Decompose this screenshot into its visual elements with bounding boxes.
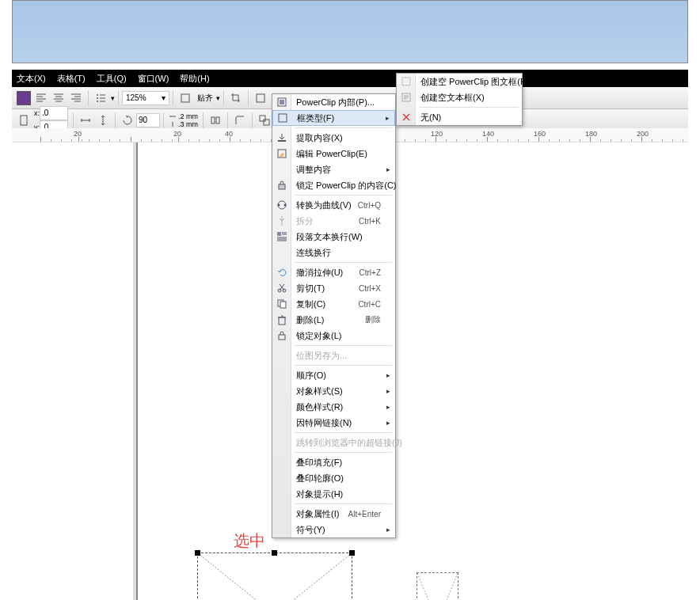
handle-tl[interactable] (195, 550, 200, 556)
ruler-label: 20 (173, 130, 181, 138)
menu-item[interactable]: 锁定 PowerClip 的内容(C) (272, 177, 395, 193)
list-bullet-icon[interactable] (93, 91, 108, 105)
menu-item[interactable]: 创建空 PowerClip 图文框(R) (397, 74, 522, 89)
menu-item-label: 对象样式(S) (296, 385, 343, 397)
rotation-angle-input[interactable] (136, 113, 160, 127)
menu-item[interactable]: 段落文本换行(W) (272, 229, 395, 245)
page-layout-icon[interactable] (17, 113, 31, 127)
crop-icon[interactable] (229, 91, 243, 105)
menu-item-label: PowerClip 内部(P)... (296, 97, 375, 108)
extract-icon (276, 131, 288, 144)
menu-item[interactable]: 无(N) (397, 109, 522, 125)
menu-item-label: 跳转到浏览器中的超链接(J) (296, 437, 402, 449)
menu-item[interactable]: 转换为曲线(V)Ctrl+Q (272, 197, 395, 213)
menu-item[interactable]: 调整内容▸ (272, 161, 395, 177)
chevron-right-icon: ▸ (386, 371, 390, 379)
svg-rect-9 (264, 120, 269, 125)
align-center-icon[interactable] (51, 91, 66, 105)
menu-item[interactable]: 锁定对象(L) (272, 328, 395, 344)
menu-item-label: 位图另存为... (296, 350, 347, 362)
align-right-icon[interactable] (69, 91, 83, 105)
menu-item[interactable]: 编辑 PowerClip(E) (272, 146, 395, 161)
menu-separator (295, 365, 392, 366)
menu-help[interactable]: 帮助(H) (180, 73, 209, 85)
menu-text[interactable]: 文本(X) (17, 73, 46, 85)
empty-pc-icon (400, 75, 413, 88)
main-menubar: 文本(X) 表格(T) 工具(Q) 窗口(W) 帮助(H) (12, 70, 688, 87)
align-left-icon[interactable] (34, 91, 48, 105)
selected-rectangle[interactable] (197, 553, 352, 600)
handle-tc[interactable] (272, 550, 277, 556)
undo-icon (276, 266, 288, 279)
menu-shortcut: Ctrl+K (359, 217, 381, 226)
menu-item[interactable]: 对象提示(H) (272, 486, 395, 502)
none-icon (400, 111, 413, 123)
menu-separator (295, 262, 392, 263)
menu-item: 拆分Ctrl+K (272, 213, 395, 229)
size-height-icon[interactable] (96, 113, 110, 127)
size-width-icon[interactable] (78, 113, 93, 127)
menu-item[interactable]: 因特网链接(N)▸ (272, 415, 395, 431)
menu-item[interactable]: 剪切(T)Ctrl+X (272, 280, 395, 296)
edit-pc-icon (276, 147, 288, 160)
svg-line-12 (417, 573, 458, 600)
secondary-rectangle[interactable] (417, 572, 458, 600)
menu-item[interactable]: 复制(C)Ctrl+C (272, 296, 395, 312)
cut-icon (276, 282, 288, 294)
handle-tr[interactable] (349, 550, 355, 556)
menu-item[interactable]: 对象样式(S)▸ (272, 383, 395, 399)
menu-item[interactable]: 符号(Y)▸ (272, 522, 395, 537)
svg-point-21 (278, 204, 280, 207)
svg-line-13 (417, 573, 458, 600)
menu-item[interactable]: 提取内容(X) (272, 130, 395, 146)
mirror-h-icon[interactable] (208, 113, 223, 127)
ruler-label: 140 (482, 130, 494, 138)
options-icon[interactable] (253, 91, 268, 105)
context-menu-main: PowerClip 内部(P)...框类型(F)▸提取内容(X)编辑 Power… (272, 93, 396, 538)
menu-item[interactable]: 颜色样式(R)▸ (272, 399, 395, 415)
menu-item[interactable]: 连线换行 (272, 245, 395, 260)
svg-rect-27 (280, 302, 286, 308)
menu-item[interactable]: 叠印填充(F) (272, 454, 395, 470)
ruler-label: 120 (431, 130, 443, 138)
snap-dropdown[interactable]: 贴齐▾ (197, 93, 220, 104)
zoom-level-dropdown[interactable]: 125%▾ (122, 91, 169, 105)
svg-rect-23 (277, 232, 281, 236)
menu-item-label: 叠印轮廓(O) (296, 473, 344, 484)
menu-separator (295, 345, 392, 346)
menu-item[interactable]: 叠印轮廓(O) (272, 470, 395, 486)
menu-item[interactable]: PowerClip 内部(P)... (272, 94, 395, 110)
tool-purple-icon[interactable] (17, 91, 31, 105)
menu-item-label: 锁定对象(L) (296, 330, 341, 342)
svg-line-10 (198, 553, 352, 600)
page-edge (136, 142, 138, 600)
menu-window[interactable]: 窗口(W) (138, 73, 169, 85)
menu-separator (295, 503, 392, 504)
chevron-right-icon: ▸ (386, 387, 390, 395)
svg-rect-15 (280, 100, 284, 104)
svg-point-1 (97, 97, 98, 99)
x-position-input[interactable] (40, 106, 68, 120)
menu-item[interactable]: 顺序(O)▸ (272, 367, 395, 383)
menu-item[interactable]: 框类型(F)▸ (272, 110, 395, 126)
menu-item[interactable]: 创建空文本框(X) (397, 89, 522, 105)
menu-item-label: 颜色样式(R) (296, 401, 343, 413)
menu-item-label: 剪切(T) (296, 283, 325, 294)
menu-item[interactable]: 对象属性(I)Alt+Enter (272, 506, 395, 522)
svg-rect-19 (279, 184, 285, 189)
menu-item[interactable]: 删除(L)删除 (272, 312, 395, 328)
split-icon (276, 215, 288, 227)
rotate-icon[interactable] (120, 113, 135, 127)
lock-icon (276, 329, 288, 342)
menu-item[interactable]: 撤消拉伸(U)Ctrl+Z (272, 264, 395, 280)
menu-table[interactable]: 表格(T) (57, 73, 86, 85)
group-icon[interactable] (257, 113, 272, 127)
svg-line-11 (198, 553, 352, 600)
snap-icon[interactable] (178, 91, 192, 105)
menu-item-label: 对象属性(I) (296, 508, 339, 520)
menu-item: 位图另存为... (272, 347, 395, 363)
dropdown-arrow-icon[interactable]: ▾ (111, 94, 115, 102)
convert-icon (276, 199, 288, 211)
corner-icon[interactable] (233, 113, 247, 127)
menu-tools[interactable]: 工具(Q) (97, 73, 127, 85)
